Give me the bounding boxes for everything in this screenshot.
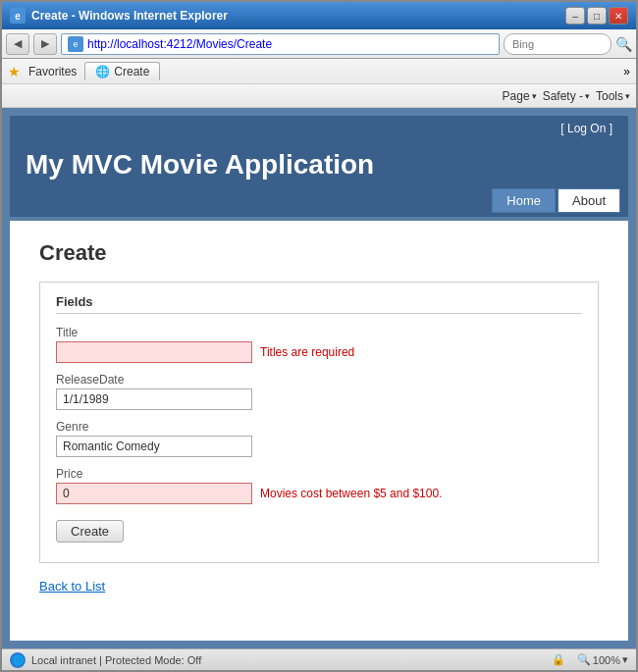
zoom-icon: 🔍 xyxy=(577,653,591,666)
address-bar-icon: e xyxy=(68,36,83,52)
status-bar: 🌐 Local intranet | Protected Mode: Off 🔒… xyxy=(2,648,636,670)
price-input-row: Movies cost between $5 and $100. xyxy=(56,483,582,504)
title-input[interactable] xyxy=(56,341,252,363)
page-title: Create xyxy=(39,240,599,266)
site-title-text: My MVC Movie Application xyxy=(26,149,374,180)
site-title-bar: My MVC Movie Application xyxy=(10,141,628,188)
release-date-field-group: ReleaseDate xyxy=(56,373,582,410)
genre-label: Genre xyxy=(56,420,582,434)
create-button[interactable]: Create xyxy=(56,520,124,543)
window-controls: – □ ✕ xyxy=(565,7,628,25)
tools-label: Tools xyxy=(596,89,623,103)
status-right: 🔒 🔍 100% ▾ xyxy=(552,653,628,666)
favorites-label[interactable]: Favorites xyxy=(28,65,77,78)
toolbar-right: 🔍 xyxy=(504,33,632,55)
search-input[interactable] xyxy=(504,33,611,55)
page-menu-button[interactable]: Page ▾ xyxy=(503,89,537,103)
release-date-input[interactable] xyxy=(56,388,252,410)
nav-home-link[interactable]: Home xyxy=(492,188,556,213)
title-label: Title xyxy=(56,326,582,339)
zoom-level: 100% xyxy=(593,654,620,666)
zone-text: Local intranet | Protected Mode: Off xyxy=(31,654,201,666)
favorites-tab-create[interactable]: 🌐 Create xyxy=(84,62,160,80)
title-field-group: Title Titles are required xyxy=(56,326,582,363)
forward-button[interactable]: ▶ xyxy=(33,33,57,55)
fields-legend: Fields xyxy=(56,294,582,314)
safety-menu-button[interactable]: Safety - ▾ xyxy=(543,89,590,103)
tools-chevron-icon: ▾ xyxy=(625,91,630,101)
back-button[interactable]: ◀ xyxy=(6,33,29,55)
zone-security-icon: 🌐 xyxy=(10,652,26,668)
address-text[interactable]: http://localhost:4212/Movies/Create xyxy=(87,37,272,51)
favorites-bar: ★ Favorites 🌐 Create » xyxy=(2,59,636,84)
minimize-button[interactable]: – xyxy=(565,7,585,25)
genre-field-group: Genre xyxy=(56,420,582,457)
maximize-button[interactable]: □ xyxy=(587,7,607,25)
address-bar[interactable]: e http://localhost:4212/Movies/Create xyxy=(61,33,500,55)
tab-browser-icon: 🌐 xyxy=(95,65,110,78)
back-to-list-link[interactable]: Back to List xyxy=(39,579,105,594)
tools-menu-button[interactable]: Tools ▾ xyxy=(596,89,630,103)
nav-toolbar: ◀ ▶ e http://localhost:4212/Movies/Creat… xyxy=(2,29,636,59)
zoom-control[interactable]: 🔍 100% ▾ xyxy=(577,653,628,666)
nav-bar: Home About xyxy=(10,188,628,217)
window-title: Create - Windows Internet Explorer xyxy=(31,9,559,23)
site-header: [ Log On ] xyxy=(10,116,628,141)
log-on-link[interactable]: [ Log On ] xyxy=(560,122,612,135)
browser-window: e Create - Windows Internet Explorer – □… xyxy=(0,0,638,672)
page-chevron-icon: ▾ xyxy=(532,91,537,101)
page-wrapper: [ Log On ] My MVC Movie Application Home… xyxy=(10,116,628,641)
page-toolbar: Page ▾ Safety - ▾ Tools ▾ xyxy=(2,84,636,108)
nav-about-link[interactable]: About xyxy=(558,188,620,213)
genre-input[interactable] xyxy=(56,436,252,457)
favorites-tab-label: Create xyxy=(114,65,149,78)
favorites-star-icon: ★ xyxy=(8,64,21,79)
price-label: Price xyxy=(56,467,582,481)
search-icon[interactable]: 🔍 xyxy=(615,36,632,52)
content-area: Create Fields Title Titles are required … xyxy=(10,221,628,641)
page-label: Page xyxy=(503,89,530,103)
browser-icon: e xyxy=(10,8,26,24)
title-error-message: Titles are required xyxy=(260,345,354,359)
status-left: 🌐 Local intranet | Protected Mode: Off xyxy=(10,652,544,668)
price-error-message: Movies cost between $5 and $100. xyxy=(260,487,442,500)
browser-content: [ Log On ] My MVC Movie Application Home… xyxy=(2,108,636,648)
close-button[interactable]: ✕ xyxy=(609,7,628,25)
lock-icon: 🔒 xyxy=(552,653,565,666)
release-date-label: ReleaseDate xyxy=(56,373,582,387)
zoom-chevron-icon: ▾ xyxy=(622,653,628,666)
favorites-expand-icon[interactable]: » xyxy=(623,65,630,78)
safety-label: Safety - xyxy=(543,89,583,103)
price-field-group: Price Movies cost between $5 and $100. xyxy=(56,467,582,504)
title-bar: e Create - Windows Internet Explorer – □… xyxy=(2,2,636,29)
title-input-row: Titles are required xyxy=(56,341,582,363)
fields-box: Fields Title Titles are required Release… xyxy=(39,282,599,563)
price-input[interactable] xyxy=(56,483,252,504)
safety-chevron-icon: ▾ xyxy=(585,91,590,101)
